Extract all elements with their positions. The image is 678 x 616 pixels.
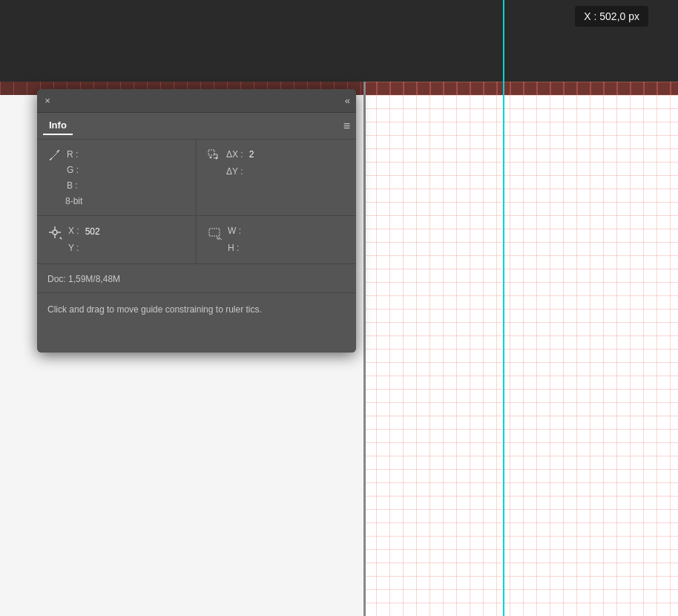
b-label: B : [67, 180, 79, 192]
bit-depth: 8-bit [47, 196, 185, 206]
coord-tooltip: X : 502,0 px [575, 6, 648, 27]
panel-menu-button[interactable]: ≡ [343, 119, 350, 133]
h-row: H : [228, 242, 247, 255]
x-row: X : 502 [68, 225, 100, 237]
dx-row: ΔX : 2 [226, 148, 254, 161]
panel-titlebar: × « [37, 89, 356, 113]
dy-row: ΔY : [226, 166, 254, 178]
coord-cell: X : 502 Y : [37, 216, 197, 263]
svg-rect-7 [209, 229, 220, 236]
wh-icon [207, 225, 222, 240]
wh-row: W : H : [207, 225, 346, 255]
w-row: W : [228, 225, 247, 237]
dx-value: 2 [249, 149, 254, 160]
delta-row: ΔX : 2 ΔY : [207, 148, 346, 178]
dx-label: ΔX : [226, 148, 243, 161]
canvas-separator [363, 82, 366, 616]
info-panel: × « Info ≡ R : [37, 89, 356, 353]
doc-info-text: Doc: 1,59M/8,48M [47, 274, 120, 284]
status-bar: Click and drag to move guide constrainin… [37, 293, 356, 353]
dy-label: ΔY : [226, 166, 243, 178]
crosshair-icon [47, 225, 62, 240]
h-label: H : [228, 242, 239, 255]
g-label: G : [67, 164, 79, 177]
panel-body: R : G : B : 8-bit [37, 140, 356, 353]
wh-labels: W : H : [228, 225, 247, 255]
x-label: X : [68, 225, 79, 237]
wh-cell: W : H : [197, 216, 356, 263]
color-row: R : G : B : [47, 148, 185, 191]
close-button[interactable]: × [43, 96, 52, 105]
rgb-labels: R : G : B : [67, 148, 79, 191]
delta-cell: ΔX : 2 ΔY : [197, 140, 356, 215]
status-message: Click and drag to move guide constrainin… [47, 304, 262, 315]
doc-info-bar: Doc: 1,59M/8,48M [37, 264, 356, 293]
y-label: Y : [68, 242, 79, 255]
eyedropper-icon [47, 148, 61, 162]
collapse-button[interactable]: « [345, 95, 350, 106]
delta-labels: ΔX : 2 ΔY : [226, 148, 254, 178]
xy-labels: X : 502 Y : [68, 225, 100, 255]
w-label: W : [228, 225, 241, 237]
color-delta-grid: R : G : B : 8-bit [37, 140, 356, 216]
svg-rect-1 [208, 150, 214, 155]
guide-vertical[interactable] [503, 0, 504, 616]
x-value: 502 [85, 226, 100, 237]
color-cell: R : G : B : 8-bit [37, 140, 197, 215]
tab-bar: Info ≡ [37, 113, 356, 140]
delta-icon [207, 148, 220, 162]
grid-overlay [363, 82, 678, 616]
coord-wh-grid: X : 502 Y : [37, 216, 356, 264]
y-row: Y : [68, 242, 100, 255]
coord-row: X : 502 Y : [47, 225, 185, 255]
r-label: R : [67, 148, 79, 161]
svg-point-0 [57, 151, 59, 153]
tab-info[interactable]: Info [43, 117, 73, 135]
